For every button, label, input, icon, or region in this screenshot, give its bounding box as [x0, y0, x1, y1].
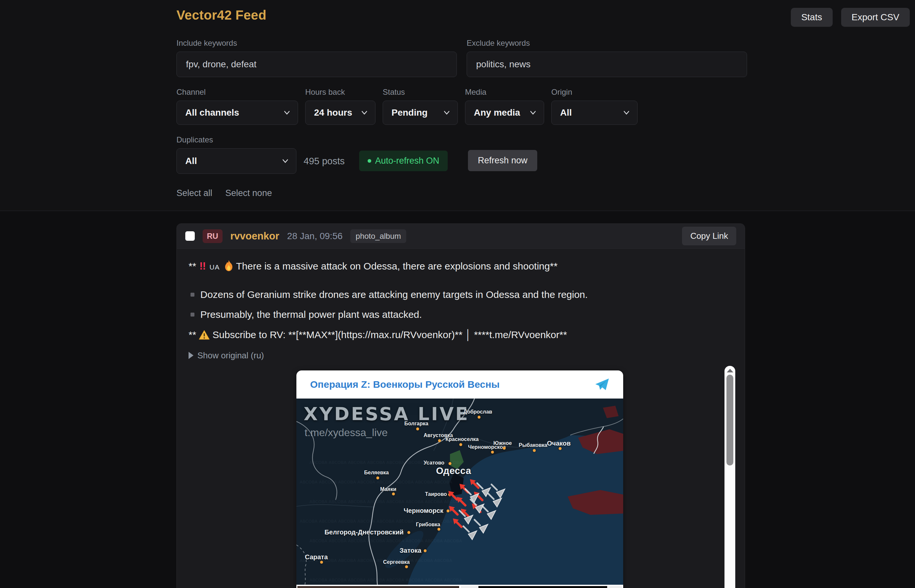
- post-checkbox[interactable]: [185, 231, 195, 241]
- telegram-embed[interactable]: Операция Z: Военкоры Русской Весны: [296, 370, 623, 588]
- map-place-label: Одесса: [436, 465, 471, 476]
- exclude-keywords-label: Exclude keywords: [467, 39, 747, 48]
- copy-link-button[interactable]: Copy Link: [682, 227, 736, 246]
- origin-label: Origin: [551, 87, 637, 97]
- svg-text:ABCOBA ABCOBA ABCOBA ABCOBA AB: ABCOBA ABCOBA ABCOBA ABCOBA ABCOBA ABCOB…: [300, 480, 452, 485]
- svg-text:ABCOBA ABCOBA ABCOBA ABCOBA AB: ABCOBA ABCOBA ABCOBA ABCOBA ABCOBA ABCOB…: [309, 538, 462, 543]
- autorefresh-toggle[interactable]: Auto-refresh ON: [359, 150, 448, 171]
- album-thumb-2[interactable]: [461, 586, 622, 588]
- include-keywords-input[interactable]: [176, 52, 457, 77]
- map-place-label: Южное: [493, 440, 512, 446]
- post-subscribe-line: **Subscribe to RV: **[**MAX**](https://m…: [189, 327, 733, 342]
- filters-panel: Include keywords Exclude keywords Channe…: [0, 27, 748, 174]
- media-scrollbar[interactable]: [724, 366, 735, 588]
- telegram-plane-icon: [595, 377, 609, 392]
- duplicates-value: All: [185, 156, 197, 166]
- subscribe-text: Subscribe to RV: **[**MAX**](https://max…: [212, 329, 567, 340]
- svg-text:ABCOBA ABCOBA ABCOBA ABCOBA AB: ABCOBA ABCOBA ABCOBA ABCOBA ABCOBA ABCOB…: [309, 578, 462, 582]
- media-select[interactable]: Any media: [465, 101, 544, 125]
- select-all-link[interactable]: Select all: [176, 188, 212, 198]
- page-title: Vector42 Feed: [176, 8, 266, 23]
- bullet-icon: [191, 293, 194, 297]
- post-headline: **!!UAThere is a massive attack on Odess…: [189, 258, 733, 274]
- exclude-keywords-input[interactable]: [467, 52, 747, 77]
- map-place-label: Затока: [400, 546, 422, 554]
- chevron-down-icon: [361, 109, 368, 116]
- map-place-label: Грибовка: [416, 522, 440, 528]
- map-image[interactable]: ABCOBA ABCOBA ABCOBA ABCOBA ABCOBA ABCOB…: [296, 399, 623, 585]
- select-none-link[interactable]: Select none: [225, 188, 272, 198]
- map-place-dot: [320, 561, 323, 564]
- map-place-label: Сергеевка: [383, 559, 409, 565]
- hours-filter-group: Hours back 24 hours: [305, 87, 375, 125]
- map-place-label: Маяки: [380, 486, 396, 492]
- map-place-dot: [503, 447, 506, 449]
- post-channel-name[interactable]: rvvoenkor: [230, 230, 280, 242]
- hours-back-select[interactable]: 24 hours: [305, 101, 375, 125]
- autorefresh-label: Auto-refresh ON: [375, 156, 440, 166]
- app-header: Vector42 Feed Stats Export CSV: [0, 0, 915, 27]
- chevron-down-icon: [282, 157, 289, 165]
- album-thumb-1[interactable]: [297, 586, 459, 588]
- post-timestamp: 28 Jan, 09:56: [287, 231, 343, 241]
- stats-button[interactable]: Stats: [791, 8, 833, 27]
- map-place-dot: [424, 549, 427, 552]
- map-place-label: Беляевка: [364, 470, 389, 476]
- selection-links: Select all Select none: [176, 188, 915, 211]
- bullet-text: Presumably, the thermal power plant was …: [200, 307, 422, 322]
- export-csv-button[interactable]: Export CSV: [841, 8, 910, 27]
- duplicates-filter-group: Duplicates All: [176, 135, 296, 174]
- origin-value: All: [560, 107, 572, 118]
- media-type-badge: photo_album: [350, 229, 406, 243]
- media-value: Any media: [474, 107, 520, 118]
- duplicates-label: Duplicates: [176, 135, 296, 144]
- markdown-asterisks: **: [189, 261, 196, 271]
- scroll-up-icon[interactable]: [727, 369, 733, 372]
- status-select[interactable]: Pending: [383, 101, 458, 125]
- feed-section: RU rvvoenkor 28 Jan, 09:56 photo_album C…: [0, 211, 915, 588]
- map-place-label: Усатово: [424, 460, 445, 466]
- show-original-toggle[interactable]: Show original (ru): [189, 351, 733, 361]
- origin-badge: RU: [203, 229, 223, 243]
- status-value: Pending: [391, 107, 427, 118]
- channel-filter-group: Channel All channels: [176, 87, 298, 125]
- map-place-label: Черноморск: [404, 507, 443, 514]
- duplicates-select[interactable]: All: [176, 148, 296, 174]
- hours-back-label: Hours back: [305, 87, 375, 97]
- origin-select[interactable]: All: [551, 101, 637, 125]
- map-place-label: Очаков: [547, 439, 571, 447]
- map-place-dot: [459, 443, 462, 446]
- posts-count: 495 posts: [304, 156, 345, 166]
- bullet-icon: [191, 313, 194, 317]
- refresh-now-button[interactable]: Refresh now: [468, 150, 537, 171]
- map-place-dot: [392, 492, 395, 495]
- map-place-dot: [559, 447, 562, 450]
- markdown-asterisks: **: [189, 329, 196, 340]
- post-card: RU rvvoenkor 28 Jan, 09:56 photo_album C…: [176, 223, 745, 588]
- drone-icon: [462, 525, 478, 541]
- map-place-dot: [449, 462, 452, 465]
- svg-text:ABCOBA ABCOBA ABCOBA ABCOBA AB: ABCOBA ABCOBA ABCOBA ABCOBA ABCOBA ABCOB…: [309, 499, 462, 504]
- include-keywords-label: Include keywords: [176, 39, 457, 48]
- status-label: Status: [383, 87, 458, 97]
- map-place-label: Белгород-Днестровский: [325, 528, 404, 536]
- map-place-dot: [491, 451, 494, 454]
- map-place-label: Рыбаковка: [519, 442, 547, 448]
- chevron-down-icon: [443, 109, 450, 116]
- bullet-text: Dozens of Geranium strike drones are att…: [200, 287, 588, 302]
- status-filter-group: Status Pending: [383, 87, 458, 125]
- map-place-label: Красноселка: [445, 436, 479, 442]
- post-bullet-2: Presumably, the thermal power plant was …: [189, 307, 733, 322]
- origin-filter-group: Origin All: [551, 87, 637, 125]
- triangle-right-icon: [189, 352, 194, 359]
- hours-back-value: 24 hours: [314, 107, 352, 118]
- map-place-label: Доброслав: [463, 409, 492, 415]
- header-actions: Stats Export CSV: [791, 8, 910, 27]
- exclude-keywords-group: Exclude keywords: [467, 39, 747, 77]
- scrollbar-thumb[interactable]: [726, 375, 733, 465]
- map-place-dot: [416, 427, 419, 430]
- channel-select[interactable]: All channels: [176, 101, 298, 125]
- autorefresh-dot-icon: [368, 159, 371, 163]
- album-thumbnails: [296, 585, 623, 588]
- map-place-dot: [478, 415, 481, 418]
